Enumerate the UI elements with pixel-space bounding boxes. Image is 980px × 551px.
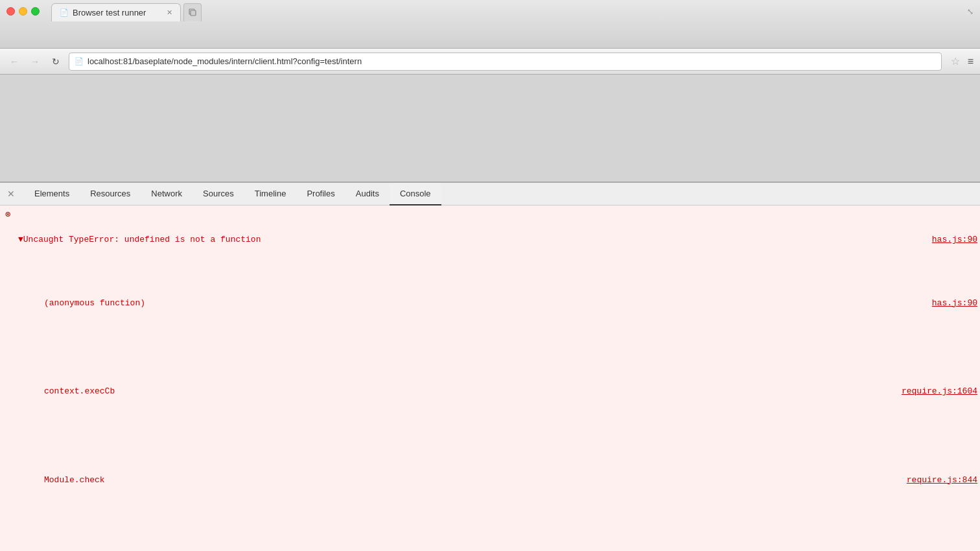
maximize-button[interactable] [31, 7, 40, 16]
tab-profiles[interactable]: Profiles [296, 183, 345, 205]
resize-icon: ⤡ [967, 7, 974, 16]
stack-frame-1-2: Module.check require.js:844 [18, 449, 977, 512]
address-bar[interactable]: 📄 localhost:81/baseplate/node_modules/in… [69, 53, 942, 71]
tab-elements[interactable]: Elements [24, 183, 80, 205]
console-output[interactable]: ⊗ ▼Uncaught TypeError: undefined is not … [0, 205, 980, 551]
back-button[interactable]: ← [6, 54, 22, 69]
tab-timeline[interactable]: Timeline [244, 183, 297, 205]
reload-button[interactable]: ↻ [48, 54, 64, 69]
tab-sources[interactable]: Sources [192, 183, 244, 205]
browser-content-area [0, 75, 980, 182]
error-symbol-1: ⊗ [5, 209, 10, 220]
tab-network[interactable]: Network [141, 183, 192, 205]
tab-close-button[interactable]: ✕ [167, 8, 172, 17]
error-icon-1: ⊗ [0, 207, 16, 551]
close-button[interactable] [6, 7, 15, 16]
console-error-1: ⊗ ▼Uncaught TypeError: undefined is not … [0, 205, 980, 551]
new-tab-icon [189, 8, 196, 16]
devtools-close-button[interactable]: ✕ [3, 186, 19, 202]
tab-title: Browser test runner [73, 8, 146, 18]
tab-resources[interactable]: Resources [80, 183, 141, 205]
svg-rect-1 [191, 10, 196, 16]
bookmark-button[interactable]: ☆ [951, 55, 960, 67]
stack-frame-1-1: context.execCb require.js:1604 [18, 360, 977, 423]
error-file-1[interactable]: has.js:90 [932, 233, 977, 246]
browser-tab[interactable]: 📄 Browser test runner ✕ [51, 3, 181, 21]
address-text: localhost:81/baseplate/node_modules/inte… [88, 56, 362, 66]
forward-button[interactable]: → [27, 54, 43, 69]
devtools-panel: ✕ Elements Resources Network Sources Tim… [0, 182, 980, 551]
devtools-tab-bar: ✕ Elements Resources Network Sources Tim… [0, 183, 980, 205]
tab-icon: 📄 [60, 8, 69, 17]
new-tab-button[interactable] [183, 3, 202, 21]
error-main-line-1: ▼Uncaught TypeError: undefined is not a … [18, 233, 977, 246]
error-content-1: ▼Uncaught TypeError: undefined is not a … [16, 207, 980, 551]
tab-console[interactable]: Console [390, 183, 441, 205]
error-main-text-1: ▼Uncaught TypeError: undefined is not a … [18, 233, 932, 246]
menu-button[interactable]: ≡ [968, 56, 974, 67]
stack-frame-1-3: Module.enable require.js:1114 [18, 537, 977, 551]
tab-audits[interactable]: Audits [345, 183, 390, 205]
page-icon: 📄 [75, 57, 84, 65]
stack-frame-1-0: (anonymous function) has.js:90 [18, 272, 977, 335]
minimize-button[interactable] [19, 7, 27, 16]
